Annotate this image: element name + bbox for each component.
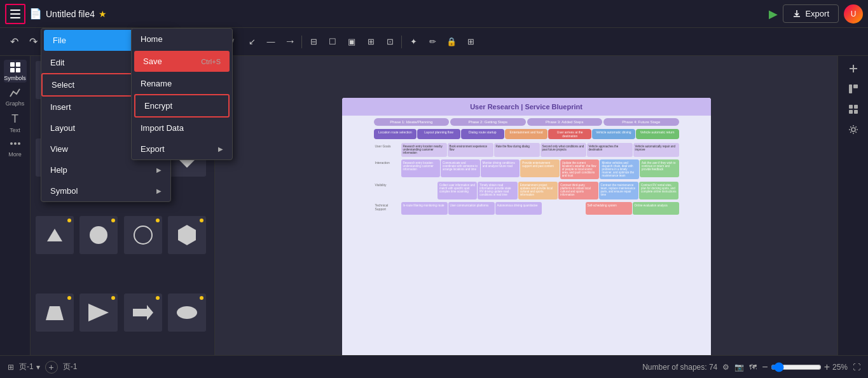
svg-point-25 bbox=[177, 306, 197, 319]
redo-button[interactable]: ↷ bbox=[24, 33, 42, 51]
page-label: 页-1 bbox=[19, 361, 34, 372]
svg-marker-18 bbox=[47, 229, 62, 241]
page-selector[interactable]: 页-1 ▾ bbox=[19, 361, 40, 372]
format-button[interactable] bbox=[844, 80, 862, 98]
shape-circle-outline[interactable] bbox=[124, 216, 162, 254]
phase3-label: Phase 3: Added Steps bbox=[527, 118, 603, 126]
right-sidebar bbox=[837, 56, 868, 378]
shape-trapezoid[interactable] bbox=[36, 294, 74, 332]
row-user-goals: User Goals bbox=[374, 143, 401, 149]
svg-marker-23 bbox=[88, 304, 109, 321]
component-button[interactable]: ⊡ bbox=[381, 33, 399, 51]
shape-arrow-right[interactable] bbox=[124, 294, 162, 332]
hamburger-menu-button[interactable] bbox=[5, 4, 25, 24]
table-button[interactable]: ⊟ bbox=[305, 33, 322, 51]
grid-button[interactable]: ⊞ bbox=[362, 33, 380, 51]
menu-help-arrow: ▶ bbox=[156, 166, 162, 173]
submenu-rename[interactable]: Rename bbox=[132, 73, 232, 94]
phase1-label: Phase 1: Ideate/Planning bbox=[374, 118, 450, 126]
step1: Location route selection bbox=[374, 129, 417, 139]
sidebar-item-graphs[interactable]: Graphs bbox=[4, 85, 27, 108]
svg-rect-3 bbox=[10, 62, 15, 67]
properties-button[interactable] bbox=[844, 60, 862, 78]
toolbar-separator-3 bbox=[301, 36, 302, 48]
shape-oval[interactable] bbox=[168, 294, 206, 332]
submenu-home[interactable]: Home bbox=[132, 29, 232, 50]
left-sidebar: Symbols Graphs T Text More bbox=[0, 56, 31, 378]
menu-file-label: File bbox=[53, 36, 66, 45]
shape-triangle-right[interactable] bbox=[79, 294, 118, 332]
svg-point-32 bbox=[851, 128, 855, 132]
file-tab-icon: 📄 bbox=[29, 8, 42, 20]
export-label: Export bbox=[805, 9, 829, 18]
submenu-importdata-label: Import Data bbox=[141, 123, 184, 133]
shape-circle[interactable] bbox=[79, 216, 118, 254]
submenu-save[interactable]: Save Ctrl+S bbox=[134, 51, 230, 72]
zoom-control: − + 25% bbox=[762, 361, 848, 373]
layout-icon[interactable]: ⊞ bbox=[8, 363, 14, 372]
grid-view-button[interactable] bbox=[844, 100, 862, 118]
more-button[interactable]: ⊞ bbox=[462, 33, 479, 51]
sidebar-item-more[interactable]: More bbox=[4, 136, 27, 159]
svg-marker-24 bbox=[133, 305, 153, 320]
connector-button[interactable]: ↙ bbox=[243, 33, 261, 51]
toolbar-separator-4 bbox=[401, 36, 402, 48]
magic-button[interactable]: ✦ bbox=[404, 33, 422, 51]
submenu-encrypt-label: Encrypt bbox=[144, 101, 172, 111]
zoom-plus-button[interactable]: + bbox=[824, 361, 830, 373]
submenu-export-label: Export bbox=[141, 144, 165, 154]
zoom-level: 25% bbox=[832, 363, 848, 372]
canvas-area[interactable]: User Research | Service Blueprint Phase … bbox=[215, 56, 837, 378]
camera-icon[interactable]: 📷 bbox=[734, 363, 744, 372]
blueprint-diagram: User Research | Service Blueprint Phase … bbox=[342, 98, 711, 365]
shape-hexagon[interactable] bbox=[168, 216, 206, 254]
menu-layout-label: Layout bbox=[50, 123, 75, 133]
svg-rect-2 bbox=[10, 17, 20, 18]
play-button[interactable]: ▶ bbox=[769, 7, 778, 21]
row-support: Technical Support bbox=[374, 202, 401, 212]
settings-icon[interactable]: ⚙ bbox=[722, 363, 729, 372]
edit-button[interactable]: ✏ bbox=[424, 33, 441, 51]
svg-rect-6 bbox=[16, 68, 20, 72]
file-submenu-dropdown: Home Save Ctrl+S Rename Encrypt Import D… bbox=[131, 28, 233, 160]
page-dropdown-icon: ▾ bbox=[36, 363, 40, 372]
arrow-button[interactable]: → bbox=[281, 33, 299, 51]
sidebar-item-text[interactable]: T Text bbox=[4, 111, 27, 133]
add-page-button[interactable]: + bbox=[45, 361, 58, 374]
svg-point-9 bbox=[18, 142, 20, 145]
star-icon[interactable]: ★ bbox=[99, 9, 107, 19]
file-title: Untitled file4 bbox=[46, 9, 95, 19]
submenu-export[interactable]: Export ▶ bbox=[132, 138, 232, 159]
step7: Vehicle automatic return bbox=[636, 129, 679, 139]
menu-help-label: Help bbox=[50, 165, 67, 175]
svg-point-7 bbox=[10, 142, 13, 145]
svg-rect-31 bbox=[854, 110, 858, 114]
shape-small-triangle[interactable] bbox=[36, 216, 74, 254]
lock-button[interactable]: 🔒 bbox=[443, 33, 460, 51]
map-icon[interactable]: 🗺 bbox=[749, 363, 757, 372]
svg-rect-28 bbox=[849, 105, 853, 109]
row-visibility: Visibility bbox=[374, 182, 401, 188]
fullscreen-icon[interactable]: ⛶ bbox=[853, 363, 860, 372]
step2: Layout planning flow bbox=[417, 129, 460, 139]
menu-edit-label: Edit bbox=[50, 58, 64, 67]
line2-button[interactable]: — bbox=[262, 33, 280, 51]
submenu-import-data[interactable]: Import Data bbox=[132, 118, 232, 138]
zoom-minus-button[interactable]: − bbox=[762, 361, 768, 373]
menu-item-symbol[interactable]: Symbol ▶ bbox=[41, 180, 170, 201]
submenu-encrypt[interactable]: Encrypt bbox=[134, 94, 230, 118]
settings-button[interactable] bbox=[844, 121, 862, 138]
menu-insert-label: Insert bbox=[50, 102, 71, 112]
group-button[interactable]: ▣ bbox=[343, 33, 361, 51]
sidebar-text-label: Text bbox=[10, 127, 20, 133]
canvas-content: User Research | Service Blueprint Phase … bbox=[342, 98, 711, 365]
menu-item-help[interactable]: Help ▶ bbox=[41, 159, 170, 180]
export-button[interactable]: Export bbox=[783, 4, 839, 23]
svg-rect-27 bbox=[853, 84, 858, 88]
undo-button[interactable]: ↶ bbox=[5, 33, 23, 51]
zoom-slider[interactable] bbox=[771, 362, 822, 372]
svg-rect-5 bbox=[10, 68, 15, 72]
user-avatar[interactable]: U bbox=[844, 4, 863, 24]
frame-button[interactable]: ☐ bbox=[324, 33, 341, 51]
sidebar-item-symbols[interactable]: Symbols bbox=[4, 60, 27, 83]
